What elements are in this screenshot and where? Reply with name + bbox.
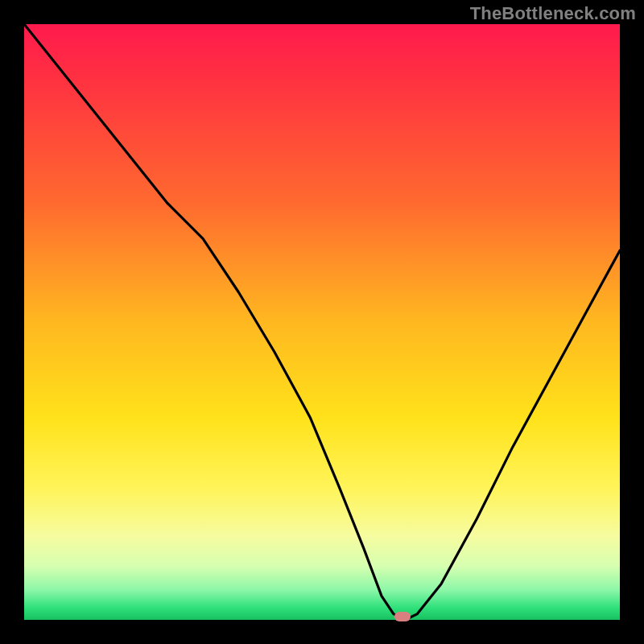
bottleneck-curve — [24, 24, 620, 620]
chart-frame: TheBottleneck.com — [0, 0, 644, 644]
optimum-marker — [394, 612, 411, 621]
plot-area — [24, 24, 620, 620]
attribution-text: TheBottleneck.com — [470, 3, 636, 24]
